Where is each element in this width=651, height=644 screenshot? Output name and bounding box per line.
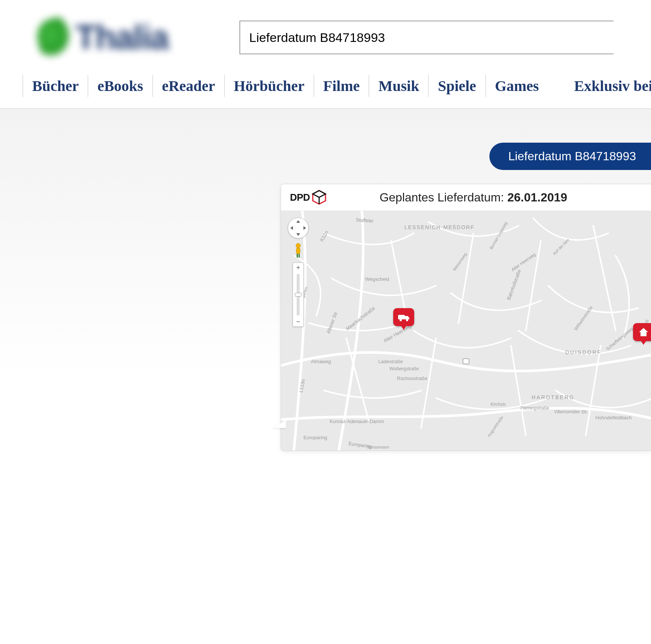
street-label: Villemombler Str. bbox=[554, 409, 588, 414]
street-label: Stresemann bbox=[367, 445, 389, 449]
map-pan-control[interactable] bbox=[288, 218, 309, 239]
pan-up-icon bbox=[296, 220, 300, 223]
zoom-thumb[interactable] bbox=[295, 293, 302, 297]
street-label: Kirchstr. bbox=[490, 402, 507, 407]
header: Thalia bbox=[0, 0, 651, 67]
zoom-out-button[interactable]: − bbox=[293, 317, 303, 326]
brand-name: Thalia bbox=[76, 18, 168, 57]
svg-point-11 bbox=[406, 319, 408, 321]
svg-point-10 bbox=[400, 319, 402, 321]
brand-logo[interactable]: Thalia bbox=[37, 15, 217, 60]
svg-rect-8 bbox=[299, 254, 300, 258]
nav-hoerbuecher[interactable]: Hörbücher bbox=[224, 75, 314, 97]
nav-ebooks[interactable]: eBooks bbox=[88, 75, 152, 97]
map-zoom-control: + − bbox=[293, 262, 304, 327]
delivery-date-label: Geplantes Lieferdatum: 26.01.2019 bbox=[379, 191, 567, 204]
delivery-date-prefix: Geplantes Lieferdatum: bbox=[379, 191, 507, 204]
tracking-header: DPD Geplantes Lieferdatum: 26.01.2019 bbox=[281, 184, 651, 211]
street-label: Europaring bbox=[303, 435, 327, 440]
map-canvas bbox=[281, 211, 651, 450]
street-label: Konrad-Adenauer-Damm bbox=[330, 419, 384, 424]
pegman-icon[interactable] bbox=[293, 242, 304, 259]
home-icon bbox=[638, 327, 649, 337]
content-area: Lieferdatum B84718993 DPD Geplantes Lief… bbox=[0, 109, 651, 558]
street-label: Flemingstraße bbox=[520, 405, 549, 411]
nav-ereader[interactable]: eReader bbox=[152, 75, 224, 97]
destination-marker[interactable] bbox=[633, 323, 651, 341]
main-nav: Bücher eBooks eReader Hörbücher Filme Mu… bbox=[0, 67, 651, 109]
svg-rect-4 bbox=[463, 359, 469, 364]
svg-point-5 bbox=[296, 243, 300, 248]
street-label: Hohndelfeldbach bbox=[595, 415, 632, 420]
truck-icon bbox=[397, 313, 410, 322]
tracking-map[interactable]: LESSENICH-MEßDORF DUISDORF HARDTBERG Sta… bbox=[281, 211, 651, 450]
nav-exclusive[interactable]: Exklusiv bei Thalia bbox=[574, 77, 651, 95]
street-label: Staffelei bbox=[356, 217, 374, 224]
district-lessenich: LESSENICH-MEßDORF bbox=[404, 224, 474, 230]
nav-filme[interactable]: Filme bbox=[314, 75, 369, 97]
pan-left-icon bbox=[290, 226, 293, 230]
nav-buecher[interactable]: Bücher bbox=[22, 75, 88, 97]
pan-right-icon bbox=[303, 226, 306, 230]
tracking-card: DPD Geplantes Lieferdatum: 26.01.2019 bbox=[281, 184, 651, 451]
carrier-name: DPD bbox=[290, 192, 310, 203]
chat-user-message: Lieferdatum B84718993 bbox=[489, 143, 651, 170]
district-hardtberg: HARDTBERG bbox=[532, 394, 575, 400]
dpd-logo: DPD bbox=[290, 189, 327, 205]
svg-marker-1 bbox=[313, 191, 326, 197]
cube-icon bbox=[311, 189, 327, 205]
street-label: Wolbergstraße bbox=[389, 366, 419, 371]
street-label: Wegscheid bbox=[365, 276, 389, 282]
street-label: Almaweg bbox=[311, 359, 331, 364]
leaf-icon bbox=[33, 15, 76, 60]
search-input[interactable] bbox=[239, 21, 614, 54]
delivery-date-value: 26.01.2019 bbox=[507, 191, 567, 204]
zoom-slider[interactable] bbox=[297, 274, 300, 315]
street-label: Rochusstraße bbox=[397, 376, 427, 381]
map-controls: + − bbox=[288, 218, 309, 327]
nav-musik[interactable]: Musik bbox=[369, 75, 428, 97]
svg-rect-7 bbox=[297, 254, 298, 258]
nav-spiele[interactable]: Spiele bbox=[428, 75, 485, 97]
truck-marker[interactable] bbox=[393, 308, 414, 326]
svg-rect-6 bbox=[296, 248, 300, 254]
street-label: Ladestraße bbox=[378, 359, 403, 364]
zoom-in-button[interactable]: + bbox=[293, 263, 303, 273]
pan-down-icon bbox=[296, 233, 300, 236]
nav-games[interactable]: Games bbox=[485, 75, 548, 97]
chat-bubble-tail bbox=[273, 420, 286, 428]
svg-rect-9 bbox=[398, 315, 405, 319]
district-duisdorf: DUISDORF bbox=[565, 349, 602, 355]
